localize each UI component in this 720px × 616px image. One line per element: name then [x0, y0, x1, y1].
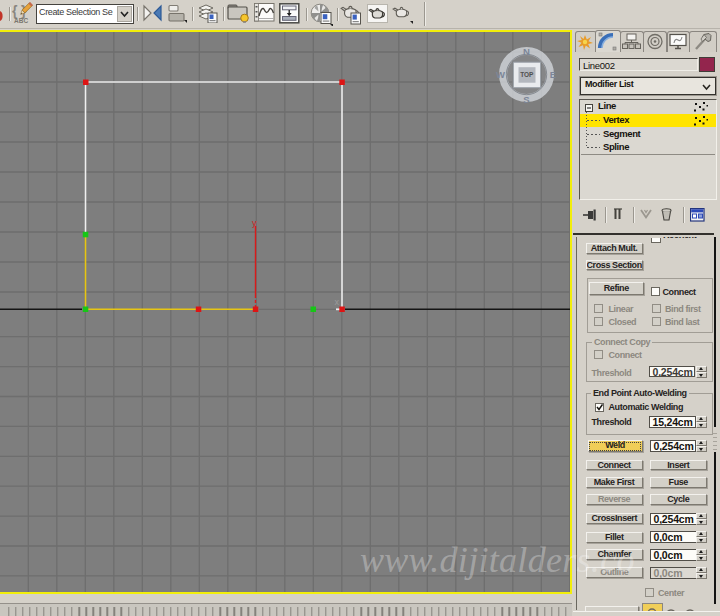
svg-text:S: S	[523, 94, 529, 105]
svg-text:N: N	[523, 46, 530, 57]
svg-text:W: W	[496, 69, 505, 80]
svg-text:y: y	[252, 218, 257, 228]
svg-text:TOP: TOP	[520, 71, 534, 78]
svg-text:E: E	[550, 69, 556, 80]
svg-text:ABC: ABC	[14, 17, 28, 24]
svg-text:x: x	[335, 297, 340, 307]
